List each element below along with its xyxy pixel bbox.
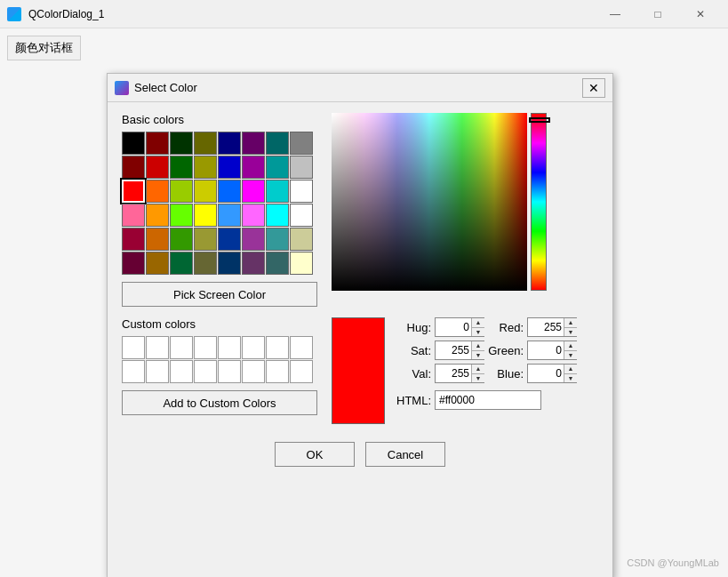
blue-up-button[interactable]: ▲ [564, 365, 577, 374]
basic-color-swatch[interactable] [122, 204, 145, 227]
green-up-button[interactable]: ▲ [564, 341, 577, 351]
color-gradient[interactable] [332, 113, 527, 291]
hue-down-button[interactable]: ▼ [472, 328, 484, 337]
basic-color-swatch[interactable] [218, 132, 241, 155]
basic-color-swatch[interactable] [218, 204, 241, 227]
basic-color-swatch[interactable] [266, 204, 289, 227]
basic-color-swatch[interactable] [266, 132, 289, 155]
basic-color-swatch[interactable] [290, 180, 313, 203]
custom-color-swatch[interactable] [218, 360, 241, 383]
minimize-button[interactable]: — [595, 1, 636, 28]
custom-color-swatch[interactable] [242, 336, 265, 359]
basic-color-swatch[interactable] [170, 180, 193, 203]
basic-color-swatch[interactable] [122, 228, 145, 251]
ok-button[interactable]: OK [275, 442, 355, 467]
basic-color-swatch[interactable] [218, 252, 241, 275]
basic-color-swatch[interactable] [194, 204, 217, 227]
custom-color-swatch[interactable] [146, 360, 169, 383]
basic-color-swatch[interactable] [242, 132, 265, 155]
green-down-button[interactable]: ▼ [564, 351, 577, 360]
custom-color-swatch[interactable] [146, 336, 169, 359]
basic-color-swatch[interactable] [146, 204, 169, 227]
basic-color-swatch[interactable] [122, 156, 145, 179]
basic-color-swatch[interactable] [146, 252, 169, 275]
hue-spinbox[interactable]: 0 ▲ ▼ [435, 317, 484, 337]
basic-color-swatch[interactable] [242, 204, 265, 227]
basic-color-swatch[interactable] [170, 156, 193, 179]
dialog-close-button[interactable]: ✕ [582, 78, 605, 98]
custom-color-swatch[interactable] [194, 360, 217, 383]
inputs-grid: Hug: 0 ▲ ▼ Red: 255 [396, 317, 577, 424]
custom-color-swatch[interactable] [122, 336, 145, 359]
add-custom-colors-button[interactable]: Add to Custom Colors [122, 390, 317, 415]
basic-color-swatch[interactable] [170, 228, 193, 251]
basic-color-swatch[interactable] [266, 252, 289, 275]
custom-color-swatch[interactable] [290, 336, 313, 359]
blue-spinbox[interactable]: 0 ▲ ▼ [527, 364, 577, 383]
sat-input[interactable]: 255 [436, 341, 471, 359]
custom-color-swatch[interactable] [194, 336, 217, 359]
cancel-button[interactable]: Cancel [365, 442, 445, 467]
basic-color-swatch[interactable] [266, 180, 289, 203]
basic-color-swatch[interactable] [242, 156, 265, 179]
basic-color-swatch[interactable] [218, 228, 241, 251]
basic-color-swatch[interactable] [194, 156, 217, 179]
basic-color-swatch[interactable] [290, 252, 313, 275]
html-input[interactable]: #ff0000 [435, 390, 541, 410]
sat-down-button[interactable]: ▼ [472, 351, 484, 360]
basic-color-swatch[interactable] [146, 228, 169, 251]
sat-up-button[interactable]: ▲ [472, 341, 484, 351]
basic-color-swatch[interactable] [218, 156, 241, 179]
val-up-button[interactable]: ▲ [472, 365, 484, 374]
custom-color-swatch[interactable] [218, 336, 241, 359]
blue-input[interactable]: 0 [528, 365, 564, 382]
basic-color-swatch[interactable] [242, 180, 265, 203]
green-spinbox[interactable]: 0 ▲ ▼ [527, 341, 577, 360]
custom-color-swatch[interactable] [266, 336, 289, 359]
basic-color-swatch[interactable] [242, 252, 265, 275]
custom-color-swatch[interactable] [170, 360, 193, 383]
basic-color-swatch[interactable] [266, 228, 289, 251]
red-input[interactable]: 255 [528, 318, 564, 336]
custom-color-swatch[interactable] [122, 360, 145, 383]
hue-slider[interactable] [531, 113, 547, 291]
blue-down-button[interactable]: ▼ [564, 374, 577, 383]
red-down-button[interactable]: ▼ [564, 328, 577, 337]
custom-color-swatch[interactable] [242, 360, 265, 383]
val-down-button[interactable]: ▼ [472, 374, 484, 383]
basic-color-swatch[interactable] [194, 132, 217, 155]
basic-color-swatch[interactable] [290, 132, 313, 155]
basic-color-swatch[interactable] [242, 228, 265, 251]
hue-input[interactable]: 0 [436, 318, 471, 336]
basic-color-swatch[interactable] [122, 180, 145, 203]
basic-color-swatch[interactable] [170, 252, 193, 275]
custom-color-swatch[interactable] [290, 360, 313, 383]
green-input[interactable]: 0 [528, 341, 564, 359]
basic-color-swatch[interactable] [146, 156, 169, 179]
close-button[interactable]: ✕ [680, 1, 721, 28]
basic-color-swatch[interactable] [146, 180, 169, 203]
basic-color-swatch[interactable] [290, 228, 313, 251]
basic-color-swatch[interactable] [170, 132, 193, 155]
basic-color-swatch[interactable] [170, 204, 193, 227]
custom-color-swatch[interactable] [266, 360, 289, 383]
basic-color-swatch[interactable] [122, 252, 145, 275]
basic-color-swatch[interactable] [194, 252, 217, 275]
maximize-button[interactable]: □ [637, 1, 678, 28]
val-spinbox[interactable]: 255 ▲ ▼ [435, 364, 484, 383]
sat-spinbox[interactable]: 255 ▲ ▼ [435, 341, 484, 360]
basic-color-swatch[interactable] [194, 180, 217, 203]
basic-color-swatch[interactable] [266, 156, 289, 179]
red-up-button[interactable]: ▲ [564, 318, 577, 328]
basic-color-swatch[interactable] [122, 132, 145, 155]
basic-color-swatch[interactable] [218, 180, 241, 203]
basic-color-swatch[interactable] [146, 132, 169, 155]
basic-color-swatch[interactable] [290, 204, 313, 227]
custom-color-swatch[interactable] [170, 336, 193, 359]
basic-color-swatch[interactable] [290, 156, 313, 179]
basic-color-swatch[interactable] [194, 228, 217, 251]
val-input[interactable]: 255 [436, 365, 471, 382]
pick-screen-color-button[interactable]: Pick Screen Color [122, 282, 317, 307]
hue-up-button[interactable]: ▲ [472, 318, 484, 328]
red-spinbox[interactable]: 255 ▲ ▼ [527, 317, 577, 337]
